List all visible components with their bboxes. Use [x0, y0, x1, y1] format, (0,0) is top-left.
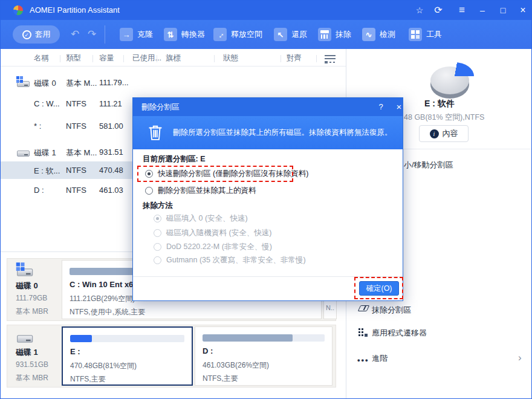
refresh-icon[interactable]: ⟳: [432, 1, 445, 20]
minimize-button[interactable]: –: [476, 1, 489, 20]
disk-icon: [17, 148, 30, 157]
tutorial-highlight-ok: [354, 277, 403, 299]
toolbar: ✓ 套用 ↶ ↷ → 克隆 ⇅ 轉換器 ↔ 釋放空間 ↖ 還原 抹除 ∿ 檢測: [1, 20, 531, 49]
apply-button[interactable]: ✓ 套用: [13, 25, 60, 44]
disk-icon: [17, 331, 34, 343]
restore-icon: ↖: [274, 28, 287, 41]
header-separator: [281, 55, 281, 62]
toolbar-separator: [105, 25, 105, 44]
clone-button[interactable]: → 克隆: [120, 20, 153, 49]
tutorial-highlight-option: [137, 166, 293, 182]
col-header-status[interactable]: 狀態: [223, 53, 238, 63]
radio-delete-and-wipe[interactable]: 刪除分割區並抹除其上的資料: [145, 186, 256, 196]
favorite-star-icon[interactable]: ☆: [413, 1, 426, 20]
properties-button[interactable]: i 內容: [419, 125, 469, 142]
disk1-card: 磁碟 1 931.51GB 基本 MBR E : 470.48GB(81%空間)…: [7, 325, 336, 388]
dialog-title-bar: 刪除分割區 ? ×: [133, 98, 403, 116]
radio-disabled-selected-icon: [154, 215, 161, 222]
free-space-button[interactable]: ↔ 釋放空間: [213, 20, 262, 49]
app-window: AOMEI Partition Assistant ☆ ⟳ ≡ – □ × ✓ …: [0, 0, 532, 399]
menu-icon[interactable]: ≡: [455, 1, 469, 20]
free-space-icon: ↔: [213, 28, 227, 41]
current-partition-label: 目前所選分割區: E: [143, 154, 205, 164]
close-button[interactable]: ×: [516, 1, 530, 20]
radio-fill-random: 磁區填入隨機資料 (安全、快速): [154, 228, 271, 238]
dialog-help-button[interactable]: ?: [375, 98, 387, 116]
sidebar-item-resize[interactable]: 小/移動分割區: [404, 160, 453, 170]
redo-button[interactable]: ↷: [88, 20, 96, 49]
advanced-ellipsis-icon: •••: [357, 355, 369, 365]
tools-grid-icon: [409, 28, 422, 41]
sidebar-item-app-mover[interactable]: 應用程式遷移器: [372, 328, 427, 339]
maximize-button[interactable]: □: [496, 1, 510, 20]
col-header-align[interactable]: 對齊: [287, 53, 302, 63]
clone-icon: →: [120, 28, 133, 41]
title-bar: AOMEI Partition Assistant ☆ ⟳ ≡ – □ ×: [1, 1, 531, 20]
radio-disabled-icon: [154, 256, 161, 264]
view-layout-icon[interactable]: [325, 55, 336, 63]
radio-icon: [145, 187, 153, 195]
radio-disabled-icon: [154, 229, 161, 237]
radio-gutmann: Gutmann (35 次覆寫、非常安全、非常慢): [154, 255, 306, 265]
app-logo-icon: [13, 5, 23, 15]
col-header-capacity[interactable]: 容量: [99, 53, 114, 63]
header-separator: [60, 55, 60, 62]
sidebar-item-advanced[interactable]: 進階: [372, 353, 388, 364]
header-divider: [1, 66, 346, 66]
partition-pie-chart: [428, 61, 475, 100]
pulse-icon: ∿: [362, 28, 375, 41]
disk-icon: [17, 78, 30, 87]
dialog-banner: 刪除所選分割區並抹除其上的所有磁區。抹除後資料將無法復原。: [133, 116, 403, 149]
test-button[interactable]: ∿ 檢測: [362, 20, 395, 49]
delete-partition-dialog: 刪除分割區 ? × 刪除所選分割區並抹除其上的所有磁區。抹除後資料將無法復原。 …: [132, 97, 403, 301]
col-header-name[interactable]: 名稱: [34, 53, 49, 63]
info-icon: i: [430, 129, 439, 138]
check-icon: ✓: [22, 30, 31, 39]
dialog-description: 刪除所選分割區並抹除其上的所有磁區。抹除後資料將無法復原。: [173, 116, 392, 149]
col-header-flag[interactable]: 旗標: [166, 53, 181, 63]
app-title: AOMEI Partition Assistant: [30, 1, 120, 20]
radio-disabled-icon: [154, 243, 161, 251]
partition-e-selected[interactable]: E : 470.48GB(81%空間) NTFS,主要: [62, 326, 193, 386]
converter-icon: ⇅: [164, 28, 177, 41]
restore-button[interactable]: ↖ 還原: [274, 20, 307, 49]
disk-icon: [17, 265, 34, 276]
header-separator: [157, 55, 157, 62]
chevron-right-icon[interactable]: ›: [518, 352, 522, 364]
header-separator: [123, 55, 124, 62]
sidebar-item-wipe-partition[interactable]: 抹除分割區: [372, 305, 411, 316]
header-separator: [316, 55, 317, 62]
usage-bar: [70, 335, 184, 342]
header-separator: [214, 55, 215, 62]
eraser-icon: [358, 305, 370, 311]
col-header-type[interactable]: 類型: [66, 53, 81, 63]
radio-fill-zero: 磁區填入 0 (安全、快速): [154, 213, 248, 224]
converter-button[interactable]: ⇅ 轉換器: [164, 20, 205, 49]
dialog-title: 刪除分割區: [141, 98, 180, 116]
shredder-icon: [318, 28, 331, 41]
app-mover-icon: [358, 328, 367, 337]
partition-d[interactable]: D : 461.03GB(26%空間) NTFS,主要: [195, 326, 332, 386]
usage-bar: [203, 334, 325, 342]
trash-icon: [148, 124, 163, 141]
undo-button[interactable]: ↶: [71, 20, 79, 49]
header-separator: [92, 55, 93, 62]
sidebar-partition-info: 48 GB(81% 空間),NTFS: [404, 112, 484, 123]
wipe-button[interactable]: 抹除: [318, 20, 351, 49]
tools-button[interactable]: 工具: [409, 20, 442, 49]
wipe-method-label: 抹除方法: [143, 201, 173, 211]
radio-dod: DoD 5220.22-M (非常安全、慢): [154, 242, 272, 252]
dialog-close-button[interactable]: ×: [393, 98, 405, 116]
